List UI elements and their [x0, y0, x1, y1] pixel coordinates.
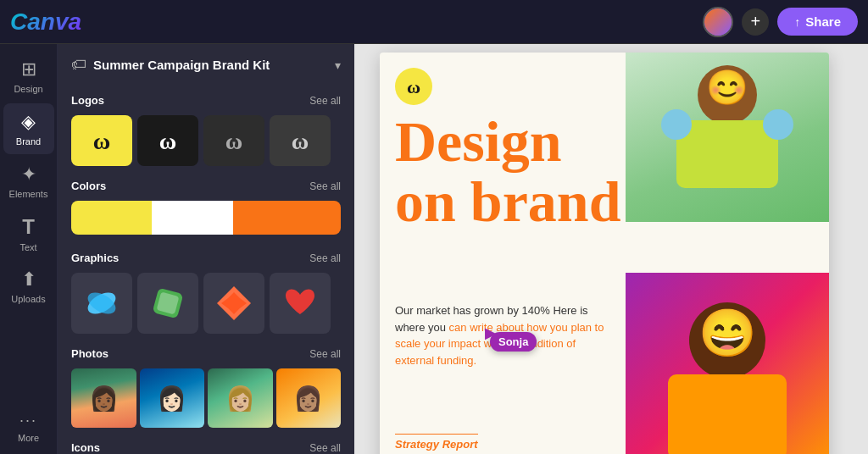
svg-text:ω: ω	[225, 128, 242, 154]
brand-icon: ◈	[21, 111, 36, 133]
svg-point-12	[763, 109, 793, 140]
svg-rect-10	[676, 120, 778, 188]
photo-item-2[interactable]: 👩🏻	[140, 368, 205, 428]
graphic-blue-shape	[81, 282, 123, 324]
photos-section-header: Photos See all	[71, 347, 341, 360]
sidebar-item-elements[interactable]: ✦ Elements	[3, 156, 54, 207]
svg-text:ω: ω	[159, 128, 176, 154]
photo-tr-background: 😊	[626, 53, 829, 222]
share-button[interactable]: ↑ Share	[777, 8, 858, 36]
photo-br-background: 😄	[626, 273, 829, 454]
logos-see-all[interactable]: See all	[309, 95, 341, 107]
graphic-item-2[interactable]	[137, 273, 198, 334]
photos-see-all[interactable]: See all	[309, 348, 341, 360]
photo-figure-4: 👩🏽	[293, 385, 323, 412]
svg-text:ω: ω	[93, 128, 110, 154]
sidebar-label-elements: Elements	[9, 189, 48, 199]
photo-overlay-4: 👩🏽	[276, 368, 342, 428]
add-button[interactable]: +	[742, 8, 769, 36]
svg-text:ω: ω	[407, 76, 420, 97]
card-logo-symbol: ω	[398, 75, 429, 98]
color-orange	[233, 201, 341, 235]
svg-rect-15	[668, 374, 787, 454]
canva-logo: Canva	[10, 8, 81, 36]
share-label: Share	[805, 14, 841, 29]
sidebar-item-text[interactable]: T Text	[3, 208, 54, 259]
logo-item-dark[interactable]: ω	[203, 115, 264, 166]
canvas-background: ω 😊	[354, 44, 868, 454]
card-footer: Strategy Report	[395, 434, 478, 451]
brand-kit-icon: 🏷	[71, 56, 86, 74]
sidebar-item-uploads[interactable]: ⬆ Uploads	[3, 261, 54, 312]
colors-section-header: Colors See all	[71, 180, 341, 192]
photo-item-3[interactable]: 👩🏼	[208, 368, 273, 428]
logos-grid: ω ω ω ω	[71, 115, 341, 166]
graphics-heading: Graphics	[71, 252, 119, 264]
card-headline: Design on brand	[395, 112, 620, 233]
sidebar-label-more: More	[18, 433, 39, 443]
card-photo-top-right: 😊	[626, 53, 829, 222]
graphic-green-shape	[147, 282, 189, 324]
card-photo-bottom-right: 😄	[626, 273, 829, 454]
avatar[interactable]	[703, 7, 733, 37]
svg-text:😄: 😄	[698, 306, 757, 361]
photo-item-1[interactable]: 👩🏾	[71, 368, 136, 428]
icons-see-all[interactable]: See all	[309, 442, 341, 454]
logo-symbol-black: ω	[147, 125, 188, 156]
colors-section: Colors See all	[58, 171, 354, 243]
svg-point-5	[84, 288, 119, 318]
sidebar-item-design[interactable]: ⊞ Design	[3, 51, 54, 102]
graphic-orange-shape	[213, 282, 255, 324]
photo-overlay-1: 👩🏾	[71, 368, 136, 428]
headline-line2: on brand	[395, 172, 620, 232]
avatar-image	[704, 8, 732, 36]
logo-item-yellow[interactable]: ω	[71, 115, 132, 166]
logos-section-header: Logos See all	[71, 94, 341, 107]
graphic-item-3[interactable]	[203, 273, 264, 334]
topbar: Canva + ↑ Share	[0, 0, 868, 44]
graphic-item-4[interactable]	[270, 273, 331, 334]
topbar-right: + ↑ Share	[703, 7, 858, 37]
photo-figure-3: 👩🏼	[225, 385, 255, 412]
logo-item-darkest[interactable]: ω	[270, 115, 331, 166]
sidebar-label-brand: Brand	[16, 136, 41, 147]
photo-item-4[interactable]: 👩🏽	[276, 368, 342, 428]
logos-section: Logos See all ω ω ω ω	[58, 86, 354, 171]
icons-heading: Icons	[71, 441, 100, 454]
sidebar-item-brand[interactable]: ◈ Brand	[3, 103, 54, 154]
elements-icon: ✦	[21, 163, 36, 185]
sidebar-item-more[interactable]: ··· More	[3, 401, 54, 452]
panel-title-row: 🏷 Summer Campaign Brand Kit	[71, 56, 270, 74]
design-card[interactable]: ω 😊	[380, 53, 829, 454]
icons-section: Icons See all ⬡ ⬣ ✦ ⬦	[58, 433, 354, 454]
graphics-section: Graphics See all	[58, 243, 354, 339]
graphics-section-header: Graphics See all	[71, 252, 341, 264]
photo-figure-2: 👩🏻	[157, 385, 186, 412]
colors-heading: Colors	[71, 180, 106, 192]
more-icon: ···	[19, 412, 37, 429]
colors-bar[interactable]	[71, 201, 341, 235]
graphic-red-heart	[279, 282, 321, 324]
sidebar-label-text: Text	[19, 242, 36, 252]
colors-see-all[interactable]: See all	[309, 180, 341, 192]
text-icon: T	[22, 215, 35, 239]
brand-panel: 🏷 Summer Campaign Brand Kit ▾ Logos See …	[58, 44, 354, 454]
canvas-area[interactable]: ω 😊	[354, 44, 868, 454]
graphics-grid	[71, 273, 341, 334]
sidebar-label-design: Design	[14, 84, 42, 94]
logo-item-black[interactable]: ω	[137, 115, 198, 166]
share-icon: ↑	[794, 15, 800, 29]
logo-symbol-dark: ω	[214, 125, 254, 156]
photos-heading: Photos	[71, 347, 108, 360]
person-illustration-top: 😊	[626, 53, 829, 222]
graphic-item-1[interactable]	[71, 273, 132, 334]
photo-figure-1: 👩🏾	[89, 385, 119, 412]
color-yellow	[71, 201, 152, 235]
photos-section: Photos See all 👩🏾 👩🏻 👩🏼 👩	[58, 339, 354, 433]
photos-grid: 👩🏾 👩🏻 👩🏼 👩🏽	[71, 368, 341, 428]
collaborator-cursor: ▶	[485, 324, 497, 342]
dropdown-chevron-icon[interactable]: ▾	[335, 58, 341, 72]
color-white	[152, 201, 232, 235]
person-illustration-bottom: 😄	[626, 273, 829, 454]
graphics-see-all[interactable]: See all	[309, 252, 341, 264]
